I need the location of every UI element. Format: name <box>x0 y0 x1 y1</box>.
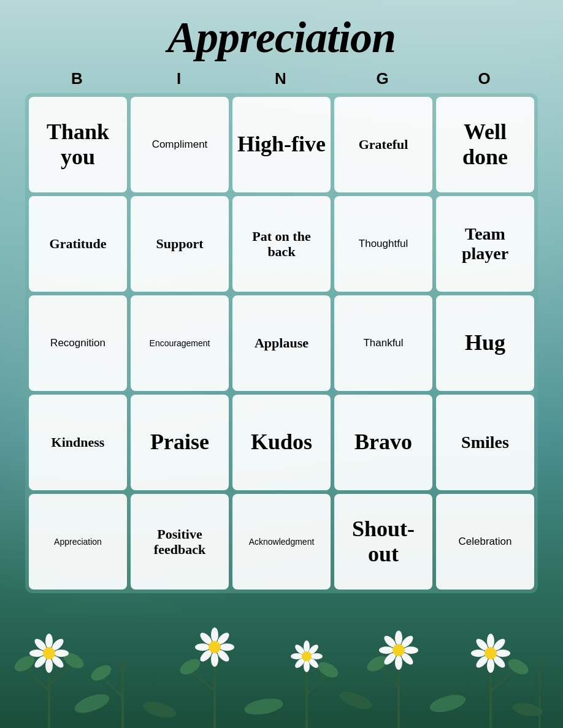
svg-point-32 <box>211 628 218 642</box>
svg-point-13 <box>315 659 340 680</box>
bingo-letter-b: B <box>29 69 127 88</box>
bingo-cell-8[interactable]: Thoughtful <box>334 196 432 292</box>
cell-text-24: Celebration <box>459 536 512 548</box>
cell-text-10: Recognition <box>50 337 105 349</box>
svg-point-74 <box>337 688 374 713</box>
cell-text-5: Gratitude <box>50 236 107 251</box>
bingo-cell-20[interactable]: Appreciation <box>29 494 127 590</box>
svg-point-53 <box>487 658 494 673</box>
svg-point-45 <box>404 646 418 654</box>
cell-text-20: Appreciation <box>54 537 102 547</box>
svg-point-24 <box>29 650 44 657</box>
svg-point-65 <box>310 653 323 659</box>
bingo-cell-14[interactable]: Hug <box>436 295 534 391</box>
svg-point-55 <box>496 650 510 657</box>
cell-text-23: Shout-out <box>339 517 427 567</box>
bingo-cell-12[interactable]: Applause <box>232 295 331 391</box>
svg-point-50 <box>393 644 405 656</box>
cell-text-3: Grateful <box>359 137 408 152</box>
bingo-cell-6[interactable]: Support <box>131 196 229 292</box>
cell-text-1: Compliment <box>152 138 208 151</box>
svg-line-9 <box>190 670 215 691</box>
cell-text-18: Bravo <box>354 430 412 455</box>
cell-text-15: Kindness <box>52 434 105 450</box>
bingo-cell-3[interactable]: Grateful <box>334 97 432 192</box>
cell-text-13: Thankful <box>363 337 403 349</box>
svg-line-1 <box>25 667 49 691</box>
bingo-cell-2[interactable]: High-five <box>232 97 331 192</box>
svg-point-71 <box>72 690 112 716</box>
bingo-cell-21[interactable]: Positive feedback <box>131 494 229 590</box>
flowers-decoration <box>0 605 563 728</box>
svg-point-76 <box>511 701 544 718</box>
bingo-grid: Thank youComplimentHigh-fiveGratefulWell… <box>25 93 538 593</box>
cell-text-21: Positive feedback <box>136 526 224 558</box>
svg-point-22 <box>45 634 53 648</box>
cell-text-16: Praise <box>150 430 209 455</box>
bingo-cell-24[interactable]: Celebration <box>436 494 534 590</box>
svg-point-54 <box>471 650 486 657</box>
svg-point-43 <box>395 655 402 670</box>
svg-point-40 <box>209 641 221 653</box>
bingo-letter-n: N <box>232 69 331 88</box>
cell-text-7: Pat on the back <box>237 229 326 260</box>
bingo-header: BINGO <box>21 69 542 88</box>
svg-line-18 <box>491 670 515 691</box>
bingo-letter-o: O <box>436 69 534 88</box>
cell-text-8: Thoughtful <box>359 238 408 250</box>
bingo-cell-18[interactable]: Bravo <box>334 395 432 490</box>
svg-point-10 <box>177 656 202 677</box>
bingo-cell-11[interactable]: Encouragement <box>131 295 229 391</box>
svg-point-63 <box>304 660 310 672</box>
bingo-letter-i: I <box>131 69 229 88</box>
svg-point-42 <box>395 631 402 645</box>
bingo-cell-5[interactable]: Gratitude <box>29 196 127 292</box>
bingo-cell-22[interactable]: Acknowledgment <box>232 494 331 590</box>
main-content: Appreciation BINGO Thank youComplimentHi… <box>0 0 563 593</box>
bingo-cell-23[interactable]: Shout-out <box>334 494 432 590</box>
svg-point-73 <box>243 696 284 718</box>
bingo-cell-9[interactable]: Team player <box>436 196 534 292</box>
bingo-cell-4[interactable]: Well done <box>436 97 534 192</box>
svg-point-44 <box>379 646 394 654</box>
cell-text-4: Well done <box>441 119 529 170</box>
svg-point-23 <box>45 658 53 673</box>
cell-text-14: Hug <box>465 330 505 355</box>
svg-point-35 <box>220 643 234 651</box>
svg-point-64 <box>291 653 303 659</box>
cell-text-9: Team player <box>441 224 529 264</box>
svg-point-60 <box>484 647 497 659</box>
bingo-letter-g: G <box>334 69 432 88</box>
bingo-cell-19[interactable]: Smiles <box>436 395 534 490</box>
svg-point-75 <box>428 692 467 716</box>
bingo-cell-13[interactable]: Thankful <box>334 295 432 391</box>
cell-text-12: Applause <box>255 335 308 351</box>
svg-point-25 <box>54 650 69 657</box>
svg-point-34 <box>195 643 210 651</box>
cell-text-17: Kudos <box>251 430 312 455</box>
svg-point-72 <box>141 699 178 721</box>
svg-line-6 <box>101 676 123 697</box>
cell-text-22: Acknowledgment <box>249 537 315 547</box>
page-title: Appreciation <box>167 12 396 63</box>
cell-text-0: Thank you <box>34 119 122 170</box>
bingo-cell-0[interactable]: Thank you <box>29 97 127 192</box>
svg-point-33 <box>211 652 218 667</box>
bingo-cell-17[interactable]: Kudos <box>232 395 331 490</box>
cell-text-11: Encouragement <box>150 338 210 348</box>
svg-line-15 <box>380 667 399 688</box>
bingo-cell-15[interactable]: Kindness <box>29 395 127 490</box>
cell-text-6: Support <box>156 236 203 251</box>
cell-text-2: High-five <box>237 132 326 157</box>
bingo-cell-10[interactable]: Recognition <box>29 295 127 391</box>
cell-text-19: Smiles <box>461 433 509 452</box>
bingo-cell-16[interactable]: Praise <box>131 395 229 490</box>
svg-point-7 <box>88 662 113 683</box>
svg-point-62 <box>304 640 310 653</box>
bingo-cell-1[interactable]: Compliment <box>131 97 229 192</box>
bingo-cell-7[interactable]: Pat on the back <box>232 196 331 292</box>
svg-line-12 <box>307 673 328 694</box>
svg-point-52 <box>487 634 494 648</box>
svg-point-30 <box>43 647 55 659</box>
svg-point-70 <box>302 651 312 661</box>
